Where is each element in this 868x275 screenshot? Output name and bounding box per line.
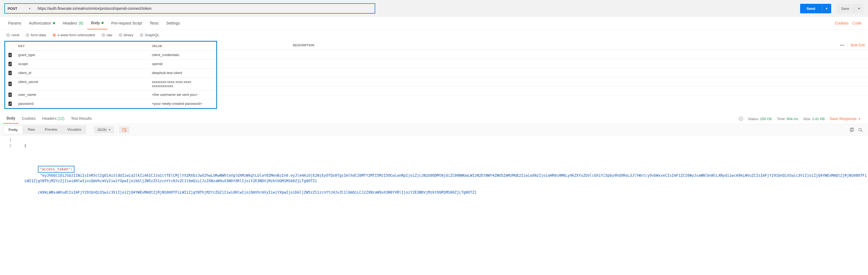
chevron-down-icon: ▼ (28, 7, 31, 10)
tab-settings[interactable]: Settings (162, 17, 184, 29)
line-number: 1 (0, 137, 11, 143)
kv-header: KEY VALUE (5, 42, 216, 50)
time-label: Time: (777, 117, 786, 121)
kv-key[interactable]: client_secret (15, 78, 149, 90)
radio-graphql[interactable]: GraphQL (140, 33, 159, 37)
resp-headers-count: (12) (58, 116, 64, 121)
json-value-line2: cm9kLWNsaWVudCIsImFjY291bnQiXSwic3ViIjoi… (38, 190, 477, 195)
method-url-group: POST ▼ (4, 3, 375, 13)
radio-icon (53, 33, 56, 37)
kv-desc-cell[interactable] (217, 59, 868, 68)
checkbox-icon[interactable]: ✓ (8, 71, 12, 75)
kv-value[interactable]: <your newly-created password> (149, 99, 216, 108)
tab-authorization[interactable]: Authorization (25, 17, 59, 29)
resp-tab-headers[interactable]: Headers (12) (39, 114, 68, 123)
kv-key[interactable]: password (15, 99, 149, 108)
kv-row[interactable]: ✓ client_id deephub-test-client (5, 69, 216, 78)
method-select[interactable]: POST ▼ (4, 3, 34, 13)
radio-binary-label: binary (124, 33, 133, 37)
json-colon: : (71, 167, 73, 171)
kv-key[interactable]: grant_type (15, 50, 149, 59)
kv-value[interactable]: <the username we sent you> (149, 91, 216, 99)
view-preview[interactable]: Preview (40, 125, 62, 134)
more-icon[interactable]: ••• (837, 43, 847, 47)
kv-row[interactable]: ✓ grant_type client_credentials (5, 50, 216, 60)
resp-tab-cookies[interactable]: Cookies (19, 114, 39, 123)
kv-header-description: DESCRIPTION (291, 43, 837, 47)
tab-headers[interactable]: Headers (8) (59, 17, 87, 29)
bulk-edit-link[interactable]: Bulk Edit (847, 43, 865, 47)
save-button[interactable]: Save ▼ (836, 4, 864, 13)
radio-raw-label: raw (106, 33, 112, 37)
radio-none[interactable]: none (6, 33, 19, 37)
radio-icon (140, 33, 143, 37)
code-brace: { (24, 143, 27, 148)
kv-desc-cell[interactable] (217, 96, 868, 105)
kv-value[interactable]: openid (149, 60, 216, 68)
response-tabs: Body Cookies Headers (12) Test Results S… (0, 111, 868, 124)
radio-binary[interactable]: binary (119, 33, 133, 37)
view-pretty[interactable]: Pretty (3, 125, 23, 134)
kv-key[interactable]: client_id (15, 69, 149, 77)
radio-graphql-label: GraphQL (145, 33, 159, 37)
view-segment: Pretty Raw Preview Visualize (3, 125, 86, 134)
save-dropdown[interactable]: ▼ (855, 4, 864, 13)
response-body[interactable]: 1 2 { "access_token": "eyJhbGciOiJSUzI1N… (0, 136, 868, 216)
copy-icon[interactable] (849, 128, 854, 132)
view-raw[interactable]: Raw (23, 125, 40, 134)
checkbox-icon[interactable]: ✓ (8, 82, 12, 86)
kv-table-right: DESCRIPTION ••• Bulk Edit (217, 41, 868, 111)
body-kv-area: KEY VALUE ✓ grant_type client_credential… (0, 41, 868, 111)
cookies-link[interactable]: Cookies (835, 21, 849, 25)
save-response-button[interactable]: Save Response ▼ (830, 116, 861, 121)
kv-value[interactable]: xxxxxxxx-xxxx-xxxx-xxxx-xxxxxxxxxxxx (149, 78, 216, 90)
kv-desc-cell[interactable] (217, 49, 868, 59)
checkbox-icon[interactable]: ✓ (8, 102, 12, 106)
kv-desc-cell[interactable] (217, 68, 868, 77)
time-block: Time: 804 ms (777, 117, 798, 121)
format-dropdown[interactable]: JSON ▼ (94, 126, 114, 133)
kv-row[interactable]: ✓ password <your newly-created password> (5, 99, 216, 108)
code-link[interactable]: Code (852, 21, 862, 25)
chevron-down-icon: ▼ (108, 128, 111, 131)
tab-body[interactable]: Body (87, 17, 107, 29)
tab-params[interactable]: Params (4, 17, 25, 29)
kv-key[interactable]: scope (15, 60, 149, 68)
checkbox-icon[interactable]: ✓ (8, 62, 12, 66)
checkbox-icon[interactable]: ✓ (8, 93, 12, 97)
headers-count: (8) (79, 21, 84, 25)
response-toolbar: Pretty Raw Preview Visualize JSON ▼ (0, 124, 868, 136)
kv-header-key: KEY (15, 42, 149, 50)
kv-row[interactable]: ✓ client_secret xxxxxxxx-xxxx-xxxx-xxxx-… (5, 78, 216, 91)
tab-tests[interactable]: Tests (146, 17, 162, 29)
radio-urlencoded[interactable]: x-www-form-urlencoded (53, 33, 95, 37)
radio-raw[interactable]: raw (102, 33, 112, 37)
wrap-lines-icon[interactable] (119, 126, 129, 133)
send-button[interactable]: Send ▼ (800, 4, 832, 13)
send-button-label: Send (800, 4, 822, 13)
kv-row[interactable]: ✓ scope openid (5, 60, 216, 69)
kv-row[interactable]: ✓ user_name <the username we sent you> (5, 91, 216, 99)
view-visualize[interactable]: Visualize (62, 125, 86, 134)
radio-icon (102, 33, 105, 37)
kv-desc-cell[interactable] (217, 77, 868, 87)
search-icon[interactable] (858, 128, 863, 132)
save-button-label: Save (836, 4, 855, 13)
resp-tab-tests[interactable]: Test Results (68, 114, 95, 123)
globe-icon[interactable] (739, 116, 743, 121)
resp-tab-body[interactable]: Body (3, 114, 19, 124)
chevron-down-icon: ▼ (858, 117, 861, 121)
kv-desc-cell[interactable] (217, 87, 868, 96)
kv-value[interactable]: deephub-test-client (149, 69, 216, 77)
time-value: 804 ms (787, 117, 799, 121)
radio-icon (26, 33, 29, 37)
tab-authorization-label: Authorization (29, 21, 51, 25)
kv-value[interactable]: client_credentials (149, 50, 216, 59)
send-dropdown[interactable]: ▼ (822, 4, 832, 13)
radio-form-data[interactable]: form-data (26, 33, 46, 37)
tab-pre-request[interactable]: Pre-request Script (107, 17, 146, 29)
method-label: POST (8, 6, 17, 11)
kv-key[interactable]: user_name (15, 91, 149, 99)
checkbox-icon[interactable]: ✓ (8, 53, 12, 57)
url-input[interactable] (34, 3, 375, 13)
